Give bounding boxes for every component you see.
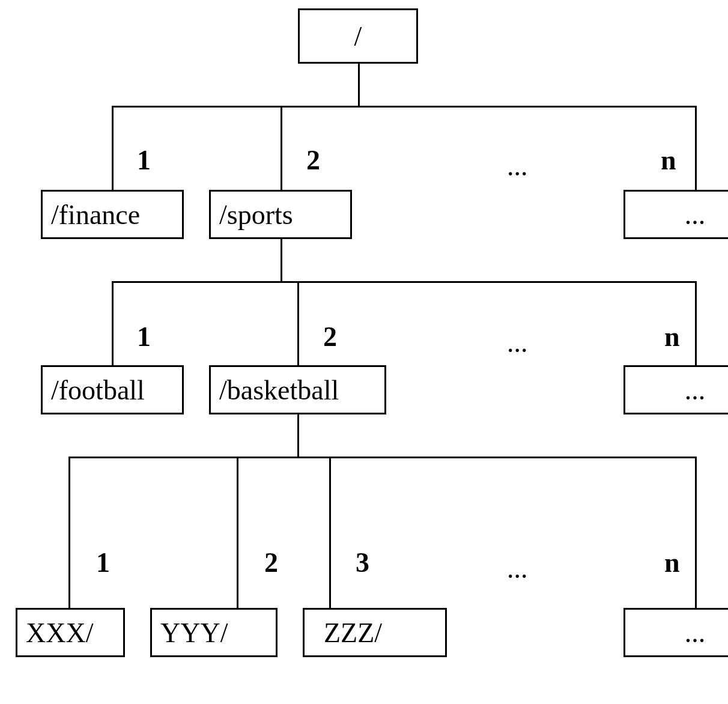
edge-label-l3-1: 1 (96, 547, 110, 578)
node-l1-more: ... (623, 190, 728, 239)
node-football: /football (41, 365, 184, 414)
node-l3-more-text: ... (685, 617, 706, 649)
edge-label-l1-2: 2 (306, 144, 320, 176)
tree-diagram: / 1 2 ... n /finance /sports ... 1 2 ...… (0, 0, 728, 704)
node-zzz: ZZZ/ (303, 608, 447, 657)
edge-label-l3-dots: ... (507, 553, 528, 584)
node-l2-more-text: ... (685, 374, 706, 406)
edge-label-l2-n: n (664, 321, 680, 353)
node-xxx: XXX/ (16, 608, 125, 657)
node-football-text: /football (51, 374, 145, 406)
node-finance-text: /finance (51, 199, 140, 231)
edge-label-l1-1: 1 (137, 144, 151, 176)
node-zzz-text: ZZZ/ (324, 617, 382, 649)
edge-label-l1-n: n (661, 144, 676, 176)
node-sports-text: /sports (219, 199, 293, 231)
edge-label-l1-dots: ... (507, 150, 528, 182)
node-basketball-text: /basketball (219, 374, 339, 406)
node-sports: /sports (209, 190, 352, 239)
node-root: / (298, 8, 418, 64)
node-finance: /finance (41, 190, 184, 239)
node-l3-more: ... (623, 608, 728, 657)
node-yyy-text: YYY/ (160, 617, 228, 649)
node-l1-more-text: ... (685, 199, 706, 231)
edge-label-l2-2: 2 (323, 321, 337, 353)
node-l2-more: ... (623, 365, 728, 414)
edge-label-l2-dots: ... (507, 327, 528, 359)
node-xxx-text: XXX/ (26, 617, 93, 649)
edge-label-l2-1: 1 (137, 321, 151, 353)
node-basketball: /basketball (209, 365, 386, 414)
edge-label-l3-3: 3 (356, 547, 369, 578)
node-root-text: / (354, 20, 362, 52)
node-yyy: YYY/ (150, 608, 278, 657)
edge-label-l3-2: 2 (264, 547, 278, 578)
edge-label-l3-n: n (664, 547, 680, 578)
